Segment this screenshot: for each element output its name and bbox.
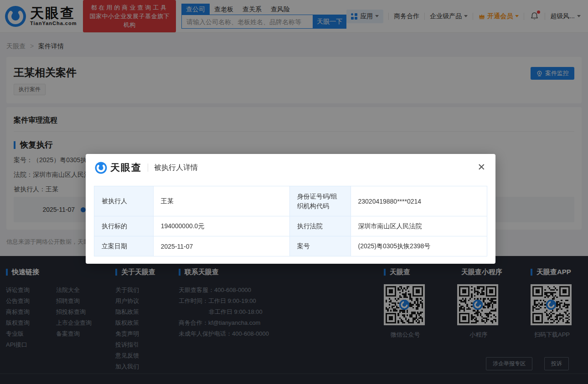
cell-value: 深圳市南山区人民法院 xyxy=(351,216,487,236)
table-row: 立案日期 2025-11-07 案号 (2025)粤0305执恢2398号 xyxy=(94,236,487,256)
modal-title: 被执行人详情 xyxy=(154,163,198,173)
cell-value: 王某 xyxy=(153,186,289,216)
cell-label: 被执行人 xyxy=(94,186,154,216)
cell-value: 194000000.0元 xyxy=(153,216,289,236)
table-row: 执行标的 194000000.0元 执行法院 深圳市南山区人民法院 xyxy=(94,216,487,236)
cell-value: 2025-11-07 xyxy=(153,236,289,256)
modal-title-divider xyxy=(148,164,148,172)
table-row: 被执行人 王某 身份证号码/组织机构代码 23020419880****0214 xyxy=(94,186,487,216)
cell-label: 案号 xyxy=(289,236,351,256)
cell-label: 立案日期 xyxy=(94,236,154,256)
executee-detail-table: 被执行人 王某 身份证号码/组织机构代码 23020419880****0214… xyxy=(94,186,487,256)
cell-value: (2025)粤0305执恢2398号 xyxy=(351,236,487,256)
executee-detail-modal: 天眼查 被执行人详情 ✕ 被执行人 王某 身份证号码/组织机构代码 230204… xyxy=(86,154,495,264)
modal-brand: 天眼查 xyxy=(95,161,142,174)
cell-label: 执行法院 xyxy=(289,216,351,236)
cell-value: 23020419880****0214 xyxy=(351,186,487,216)
modal-brand-name: 天眼查 xyxy=(110,161,142,174)
close-icon[interactable]: ✕ xyxy=(477,162,485,172)
cell-label: 执行标的 xyxy=(94,216,154,236)
tianyancha-logo-icon xyxy=(95,162,107,174)
cell-label: 身份证号码/组织机构代码 xyxy=(289,186,351,216)
modal-header: 天眼查 被执行人详情 ✕ xyxy=(86,154,495,181)
